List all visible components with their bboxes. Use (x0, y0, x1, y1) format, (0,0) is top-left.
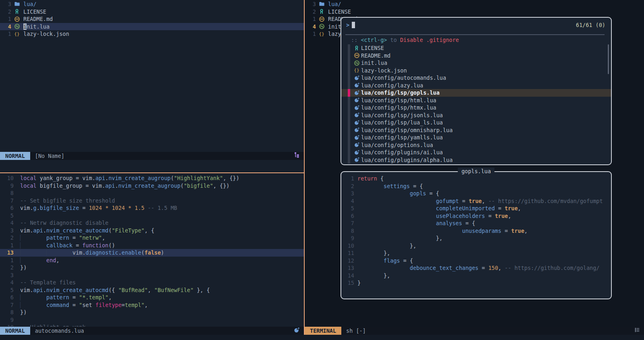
picker-item-lua-config-lsp-html-lua[interactable]: lua/config/lsp/html.lua (341, 97, 611, 104)
code-line[interactable]: 4-- Netrw diagnostic disable (0, 219, 304, 227)
picker-results-list[interactable]: LICENSEREADME.mdinit.lua{}lazy-lock.json… (341, 44, 611, 164)
file-name: lua/config/lsp/html.lua (361, 97, 436, 104)
code-line[interactable]: 8 (0, 189, 304, 197)
explorer-row-license[interactable]: 2LICENSE (0, 8, 304, 16)
line-number: 2 (0, 234, 14, 242)
code-line[interactable]: 5 (0, 212, 304, 220)
explorer-row-readme-md[interactable]: 1README.md (0, 15, 304, 23)
window-separator-vertical[interactable] (304, 0, 305, 335)
file-name: lua/config/lazy.lua (361, 82, 423, 89)
line-number: 9 (0, 182, 14, 190)
picker-item-lua-config-lsp-omnisharp-lua[interactable]: lua/config/lsp/omnisharp.lua (341, 126, 611, 134)
code-line[interactable]: 8}) (0, 309, 304, 316)
picker-item-lua-config-lazy-lua[interactable]: lua/config/lazy.lua (341, 82, 611, 89)
code-line[interactable]: 7-- Set bigfile size threshold (0, 197, 304, 205)
window-separator-horizontal[interactable] (0, 172, 304, 173)
code-line[interactable]: 9 (0, 316, 304, 324)
picker-item-lua-config-lsp-gopls-lua[interactable]: lua/config/lsp/gopls.lua (341, 89, 611, 97)
preview-title: gopls.lua (458, 168, 494, 175)
picker-item-lua-config-lsp-htmx-lua[interactable]: lua/config/lsp/htmx.lua (341, 104, 611, 112)
line-number: 3 (341, 190, 354, 197)
file-name: lua/config/lsp/yamlls.lua (361, 134, 443, 141)
picker-item-license[interactable]: LICENSE (341, 44, 611, 52)
explorer-row-lazy-lock-json[interactable]: 1{}lazy-lock.json (0, 30, 304, 38)
readme-file-icon (14, 16, 20, 22)
list-icon (634, 327, 640, 335)
text-cursor (352, 22, 355, 28)
picker-item-lua-config-lsp-lua-ls-lua[interactable]: lua/config/lsp/lua_ls.lua (341, 119, 611, 126)
code-line[interactable]: 4-- Template files (0, 279, 304, 286)
json-file-icon: {} (14, 31, 20, 37)
code-line[interactable]: 6vim.g.bigfile_size = 1024 * 1024 * 1.5 … (0, 204, 304, 212)
line-number: 10 (341, 242, 354, 250)
lua-file-icon (353, 97, 360, 104)
code-line[interactable]: 10local yank_group = vim.api.nvim_create… (0, 174, 304, 182)
code-line[interactable]: 1▏ callback = function() (0, 242, 304, 249)
code-line[interactable]: 3 (0, 272, 304, 279)
line-number: 2 (0, 264, 14, 272)
explorer-row-lua-[interactable]: 3lua/ (305, 0, 644, 8)
explorer-row-license[interactable]: 2LICENSE (305, 8, 644, 16)
svg-text:{}: {} (14, 31, 20, 37)
line-number: 5 (0, 286, 14, 294)
explorer-row-init-lua[interactable]: 4init.lua (0, 23, 304, 31)
buffer-name: [No Name] (35, 152, 64, 160)
code-line[interactable]: 9local bigfile_group = vim.api.nvim_crea… (0, 182, 304, 190)
picker-item-lazy-lock-json[interactable]: {}lazy-lock.json (341, 67, 611, 75)
line-number: 1 (0, 15, 11, 23)
line-number: 11 (341, 249, 354, 257)
explorer-row-lua-[interactable]: 3lua/ (0, 0, 304, 8)
preview-code-line: 15} (341, 279, 611, 287)
line-number: 2 (0, 8, 11, 16)
folder-file-icon (318, 1, 325, 7)
file-name: README.md (361, 52, 390, 60)
picker-item-init-lua[interactable]: init.lua (341, 59, 611, 67)
block-cursor: i (23, 23, 27, 30)
nvim-file-icon (318, 23, 325, 30)
file-name: lua/config/lsp/jsonls.lua (361, 112, 443, 119)
code-line[interactable]: 2}) (0, 264, 304, 272)
code-line[interactable]: 3vim.api.nvim_create_autocmd("FileType",… (0, 227, 304, 234)
lua-file-icon (353, 82, 360, 89)
code-line[interactable]: 7▏ command = "set filetype=templ", (0, 301, 304, 309)
picker-item-lua-config-lsp-yamlls-lua[interactable]: lua/config/lsp/yamlls.lua (341, 134, 611, 141)
command-line[interactable] (0, 335, 644, 340)
lua-file-icon (353, 75, 360, 81)
picker-scrollbar[interactable] (608, 44, 609, 74)
file-name: lua/config/lsp/omnisharp.lua (361, 126, 453, 134)
match-counter: 61/61 (0) (576, 21, 605, 29)
picker-item-lua-config-plugins-ai-lua[interactable]: lua/config/plugins/ai.lua (341, 149, 611, 156)
line-number: 8 (0, 309, 14, 316)
file-name: lua/config/autocomands.lua (361, 74, 446, 82)
code-line[interactable]: 6▏ pattern = "*.templ", (0, 294, 304, 301)
line-number: 15 (341, 279, 354, 287)
line-number: 7 (341, 220, 354, 227)
picker-item-lua-config-lsp-jsonls-lua[interactable]: lua/config/lsp/jsonls.lua (341, 112, 611, 119)
code-line[interactable]: 1▏ end, (0, 257, 304, 264)
file-explorer-left[interactable]: 3lua/2LICENSE1README.md4init.lua1{}lazy-… (0, 0, 304, 152)
readme-file-icon (353, 52, 360, 59)
code-line[interactable]: 2▏ pattern = "netrw", (0, 234, 304, 242)
svg-text:{}: {} (319, 31, 324, 37)
mode-badge-terminal: TERMINAL (305, 327, 341, 335)
file-name: lua/config/lsp/htmx.lua (361, 104, 436, 112)
lua-file-icon (353, 134, 360, 141)
code-editor-autocommands[interactable]: 10local yank_group = vim.api.nvim_create… (0, 173, 304, 328)
picker-item-readme-md[interactable]: README.md (341, 52, 611, 60)
preview-code-line: 5 completeUnimported = true, (341, 205, 611, 212)
file-name: lazy-lock.json (23, 30, 69, 38)
code-line[interactable]: 5vim.api.nvim_create_autocmd({ "BufRead"… (0, 286, 304, 294)
lua-file-icon (353, 149, 360, 155)
code-line[interactable]: 13▏ ▏ vim.diagnostic.enable(false) (0, 249, 304, 257)
picker-item-lua-config-autocomands-lua[interactable]: lua/config/autocomands.lua (341, 74, 611, 82)
picker-item-lua-config-options-lua[interactable]: lua/config/options.lua (341, 141, 611, 149)
statusline-bottom-left: NORMAL autocomands.lua (0, 327, 304, 335)
picker-header-hint: :: <ctrl-g> to Disable .gitignore (351, 36, 459, 44)
terminal-buffer-name: sh [-] (346, 327, 366, 335)
readme-file-icon (318, 16, 325, 22)
picker-item-lua-config-plugins-alpha-lua[interactable]: lua/config/plugins/alpha.lua (341, 156, 611, 164)
line-number: 3 (305, 0, 316, 8)
picker-prompt[interactable]: > 61/61 (0) (341, 21, 611, 29)
file-name: lua/config/plugins/alpha.lua (361, 156, 453, 164)
fuzzy-finder-popup[interactable]: > 61/61 (0) :: <ctrl-g> to Disable .giti… (341, 17, 612, 165)
